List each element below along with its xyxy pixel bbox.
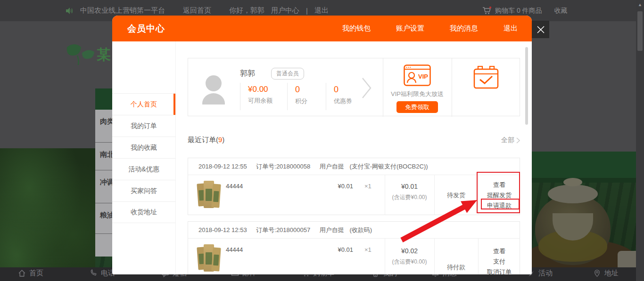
stat-label: 可用余额	[248, 96, 287, 105]
modal-sidebar: 个人首页 我的订单 我的收藏 活动&优惠 买家问答 收货地址	[112, 41, 176, 274]
stat-label: 积分	[295, 97, 326, 105]
order-shipping-note: (含运费¥0.00)	[385, 193, 434, 201]
bottomnav-label: 地址	[604, 269, 619, 278]
order-datetime: 2018-09-12 12:53	[198, 226, 247, 233]
bottomnav-label: 首页	[29, 269, 43, 278]
close-icon	[536, 25, 545, 34]
svg-text:VIP: VIP	[418, 73, 428, 80]
order-number: 订单号:2018000057	[256, 226, 310, 233]
nav-my-messages[interactable]: 我的消息	[450, 24, 478, 33]
back-home-link[interactable]: 返回首页	[183, 6, 211, 15]
calendar-check-icon	[473, 65, 499, 89]
product-price: ¥0.01	[325, 183, 353, 190]
speaker-icon	[65, 7, 74, 15]
order-card: 2018-09-12 12:53 订单号:2018000057 用户自提 (收款…	[188, 221, 520, 274]
stat-value: ¥0.00	[248, 85, 287, 94]
sidebar-item-personal-home[interactable]: 个人首页	[112, 93, 175, 115]
sidebar-item-activities-coupons[interactable]: 活动&优惠	[112, 158, 175, 180]
modal-title: 会员中心	[127, 23, 165, 35]
favorites-link[interactable]: 收藏	[554, 7, 568, 15]
order-number: 订单号:2018000058	[256, 163, 310, 170]
stat-points[interactable]: 0 积分	[287, 83, 326, 110]
product-name[interactable]: 44444	[226, 246, 243, 253]
order-status: 待付款	[434, 263, 478, 272]
home-icon	[18, 269, 26, 277]
action-pay[interactable]: 支付	[478, 257, 520, 267]
phone-icon	[90, 269, 98, 277]
logout-link[interactable]: 退出	[314, 6, 329, 15]
bottomnav-item-home[interactable]: 首页	[18, 269, 43, 278]
sidebar-item-shipping-address[interactable]: 收货地址	[112, 201, 175, 223]
product-thumbnail[interactable]	[198, 243, 221, 273]
background-teapot-photo	[519, 178, 644, 281]
pin-icon	[593, 269, 601, 277]
product-price: ¥0.01	[325, 246, 353, 253]
cart-icon[interactable]	[482, 6, 492, 16]
view-all-label: 全部	[501, 136, 514, 145]
recent-orders-heading: 最近订单(9) 全部	[188, 136, 520, 145]
vip-caption: VIP福利限免大放送	[383, 90, 452, 98]
sidebar-item-my-favorites[interactable]: 我的收藏	[112, 136, 175, 158]
order-payment: (支付宝-网银支付(BOCB2C))	[349, 163, 428, 170]
action-view[interactable]: 查看	[478, 246, 520, 257]
site-title: 中国农业线上营销第一平台	[80, 6, 165, 15]
modal-header: 会员中心 我的钱包 账户设置 我的消息 退出	[112, 16, 532, 41]
member-center-modal: 会员中心 我的钱包 账户设置 我的消息 退出 个人首页 我的订单 我的收藏 活动…	[112, 16, 532, 274]
sidebar-item-my-orders[interactable]: 我的订单	[112, 115, 175, 136]
order-delivery: 用户自提	[320, 226, 344, 233]
bottomnav-label: 活动	[538, 269, 553, 278]
user-stats: ¥0.00 可用余额 0 积分 0 优惠券	[240, 83, 371, 110]
view-all-link[interactable]: 全部	[501, 136, 520, 145]
stat-value: 0	[295, 85, 326, 95]
user-info-card: 郭郭 普通会员 ¥0.00 可用余额 0 积分 0 优惠券	[188, 58, 520, 116]
background-photo-leaves	[0, 148, 97, 281]
sign-in-calendar[interactable]	[452, 58, 520, 117]
product-quantity: ×1	[364, 183, 372, 190]
product-name[interactable]: 44444	[226, 183, 243, 190]
product-thumbnail[interactable]	[198, 180, 221, 210]
free-claim-button[interactable]: 免费领取	[396, 101, 438, 113]
order-payment: (收款码)	[349, 226, 372, 233]
order-card: 2018-09-12 12:55 订单号:2018000058 用户自提 (支付…	[188, 158, 520, 215]
order-total: ¥0.02 (含运费¥0.00)	[385, 247, 434, 266]
recent-orders-label: 最近订单(	[188, 136, 218, 144]
order-total-amount: ¥0.01	[385, 183, 434, 190]
action-cancel-order[interactable]: 取消订单	[478, 267, 520, 274]
annotation-box-refund	[481, 199, 520, 209]
modal-main: 郭郭 普通会员 ¥0.00 可用余额 0 积分 0 优惠券	[176, 41, 532, 274]
member-level-badge: 普通会员	[271, 68, 304, 80]
scrollbar-up-arrow[interactable]: ▲	[636, 0, 644, 7]
avatar	[202, 75, 225, 104]
stat-balance[interactable]: ¥0.00 可用余额	[240, 83, 287, 110]
nav-logout[interactable]: 退出	[504, 24, 518, 33]
greeting-text: 你好，郭郭	[229, 6, 264, 15]
sidebar-item-buyer-qa[interactable]: 买家问答	[112, 180, 175, 201]
scrollbar-thumb[interactable]	[637, 11, 643, 51]
user-center-link[interactable]: 用户中心	[271, 6, 299, 15]
modal-scrollbar-thumb[interactable]	[525, 47, 528, 125]
topbar-divider: |	[306, 7, 308, 15]
order-total: ¥0.01 (含运费¥0.00)	[385, 183, 434, 201]
bottomnav-item-phone[interactable]: 电话	[90, 269, 115, 278]
chevron-right-icon[interactable]	[362, 77, 372, 99]
order-delivery: 用户自提	[320, 163, 344, 170]
order-actions: 查看 支付 取消订单	[478, 246, 520, 274]
nav-account-settings[interactable]: 账户设置	[396, 24, 424, 33]
cart-label[interactable]: 购物车 0 件商品	[495, 7, 542, 15]
page-scrollbar[interactable]: ▲	[636, 0, 644, 281]
product-quantity: ×1	[364, 246, 372, 253]
bottomnav-item-address[interactable]: 地址	[593, 269, 619, 278]
recent-orders-label-close: )	[222, 136, 224, 144]
order-datetime: 2018-09-12 12:55	[198, 163, 247, 170]
nav-my-wallet[interactable]: 我的钱包	[342, 24, 371, 33]
modal-close-button[interactable]	[532, 21, 549, 38]
vip-icon: VIP	[404, 64, 431, 86]
order-shipping-note: (含运费¥0.00)	[385, 258, 434, 266]
site-logo-leaves-icon	[63, 40, 97, 68]
order-total-amount: ¥0.02	[385, 247, 434, 255]
vip-promo: VIP VIP福利限免大放送 免费领取	[383, 58, 452, 117]
chevron-right-icon	[516, 137, 520, 144]
user-name: 郭郭	[240, 69, 255, 79]
modal-nav: 我的钱包 账户设置 我的消息 退出	[342, 24, 518, 33]
order-status: 待发货	[434, 191, 478, 200]
